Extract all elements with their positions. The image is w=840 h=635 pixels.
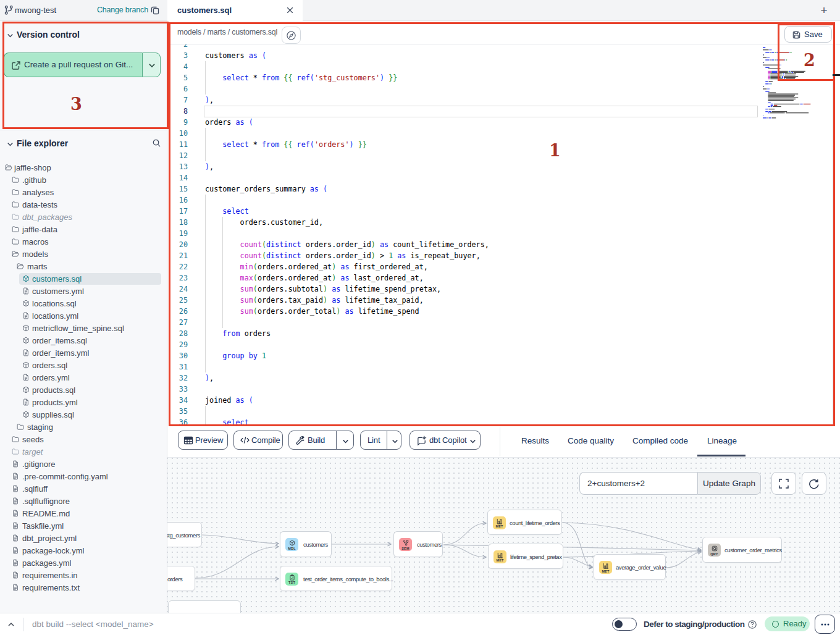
pr-button-label: Create a pull request on Git...: [24, 53, 136, 77]
code-line: orders as (: [205, 117, 253, 128]
tree-item[interactable]: orders.yml: [0, 372, 167, 384]
tree-item[interactable]: models: [0, 248, 167, 261]
new-tab-button[interactable]: +: [817, 3, 831, 18]
lineage-node[interactable]: SEMcustomers: [393, 531, 443, 557]
save-button[interactable]: Save: [784, 26, 832, 43]
code-line: ),: [205, 95, 214, 106]
sql-icon: [22, 337, 30, 344]
panel-tab-results[interactable]: Results: [521, 426, 549, 456]
ellipsis-icon: [821, 623, 830, 626]
editor-minimap[interactable]: [763, 47, 833, 127]
lineage-node[interactable]: stg_customers: [167, 522, 202, 547]
tree-item[interactable]: macros: [0, 236, 167, 248]
tree-item[interactable]: .github: [0, 174, 167, 187]
tree-item[interactable]: jaffle-data: [0, 224, 167, 236]
create-pull-request-button[interactable]: Create a pull request on Git...: [4, 53, 161, 77]
toolbar-button-preview[interactable]: Preview: [178, 431, 228, 450]
lineage-search-input[interactable]: [579, 472, 697, 495]
toolbar-button-compile[interactable]: Compile: [233, 431, 283, 450]
tree-item-label: products.yml: [32, 397, 78, 409]
dbt-command-input[interactable]: dbt build --select <model_name>: [32, 613, 154, 635]
tree-item[interactable]: products.yml: [0, 397, 167, 409]
lineage-node[interactable]: METaverage_order_value: [594, 554, 666, 580]
doc-icon: [12, 522, 19, 529]
panel-tab-code-quality[interactable]: Code quality: [568, 426, 614, 456]
chevron-up-icon[interactable]: [6, 620, 16, 629]
tree-item[interactable]: order_items.yml: [0, 347, 167, 360]
code-line: select * from {{ ref('stg_customers') }}: [205, 72, 397, 83]
tree-item[interactable]: locations.sql: [0, 298, 167, 310]
tree-item[interactable]: locations.yml: [0, 310, 167, 322]
node-badge-met: MET: [493, 516, 506, 529]
view-docs-button[interactable]: [282, 27, 301, 44]
pr-button-dropdown[interactable]: [142, 53, 161, 77]
chevron-down-icon[interactable]: [391, 437, 399, 445]
tree-item[interactable]: supplies.sql: [0, 409, 167, 421]
tree-item-label: marts: [27, 261, 48, 273]
lineage-node[interactable]: [168, 600, 241, 613]
line-number: 16: [167, 195, 188, 206]
line-number: 27: [167, 317, 188, 328]
tree-item[interactable]: .gitignore: [0, 458, 167, 471]
tree-item[interactable]: dbt_project.yml: [0, 532, 167, 545]
copy-icon[interactable]: [150, 5, 160, 15]
lineage-panel[interactable]: stg_customersordersMDLcustomersTSTtest_o…: [167, 457, 840, 613]
update-graph-button[interactable]: Update Graph: [697, 472, 761, 495]
tree-item[interactable]: target: [0, 446, 167, 458]
toolbar-button-label: Compile: [251, 431, 280, 449]
tree-item[interactable]: requirements.in: [0, 570, 167, 582]
tree-item[interactable]: .sqlfluffignore: [0, 495, 167, 508]
refresh-button[interactable]: [802, 472, 826, 495]
toolbar-button-label: Preview: [195, 431, 223, 449]
toolbar-button-build[interactable]: Build: [288, 431, 354, 450]
tree-item[interactable]: order_items.sql: [0, 335, 167, 347]
tree-item[interactable]: packages.yml: [0, 557, 167, 570]
tree-item[interactable]: data-tests: [0, 199, 167, 211]
panel-tab-lineage[interactable]: Lineage: [707, 426, 737, 456]
tree-item[interactable]: customers.sql: [0, 273, 167, 285]
code-editor[interactable]: 1with23customers as (45 select * from {{…: [167, 44, 840, 426]
line-number: 2: [167, 44, 188, 50]
tree-item-label: jaffle-data: [22, 224, 57, 236]
toolbar-button-lint[interactable]: Lint: [360, 431, 401, 450]
folder-icon: [12, 213, 19, 221]
version-control-header[interactable]: Version control: [0, 28, 167, 43]
tree-item[interactable]: dbt_packages: [0, 211, 167, 224]
tree-item[interactable]: orders.sql: [0, 360, 167, 372]
tree-item[interactable]: analyses: [0, 187, 167, 199]
tree-item[interactable]: products.sql: [0, 384, 167, 397]
lineage-node[interactable]: METcount_lifetime_orders: [487, 510, 562, 535]
tree-item[interactable]: .pre-commit-config.yaml: [0, 471, 167, 483]
tree-item[interactable]: metricflow_time_spine.sql: [0, 322, 167, 335]
folder-icon: [12, 225, 19, 233]
editor-tab-customers-sql[interactable]: customers.sql: [167, 0, 303, 21]
help-icon[interactable]: [747, 620, 757, 629]
editor-scrollbar[interactable]: [832, 44, 840, 426]
file-explorer-header[interactable]: File explorer: [0, 137, 167, 151]
tree-item[interactable]: staging: [0, 421, 167, 434]
lineage-node[interactable]: TSTtest_order_items_compute_to_bools...: [280, 566, 392, 591]
tree-item[interactable]: marts: [0, 261, 167, 273]
change-branch-link[interactable]: Change branch: [97, 0, 148, 20]
tree-item[interactable]: .sqlfluff: [0, 483, 167, 495]
search-icon[interactable]: [152, 138, 161, 148]
tree-item[interactable]: README.md: [0, 508, 167, 520]
lineage-node[interactable]: MDLcustomers: [280, 531, 332, 557]
tree-item[interactable]: seeds: [0, 434, 167, 446]
panel-tab-compiled-code[interactable]: Compiled code: [632, 426, 688, 456]
fullscreen-button[interactable]: [771, 472, 796, 495]
lineage-node[interactable]: orders: [167, 566, 195, 591]
tree-item[interactable]: jaffle-shop: [0, 162, 167, 174]
tree-item[interactable]: requirements.txt: [0, 582, 167, 594]
tree-item[interactable]: Taskfile.yml: [0, 520, 167, 532]
lineage-node[interactable]: METlifetime_spend_pretax: [488, 544, 563, 569]
tree-item[interactable]: package-lock.yml: [0, 545, 167, 557]
more-options-button[interactable]: [815, 615, 835, 634]
tree-item[interactable]: customers.yml: [0, 285, 167, 298]
lineage-node[interactable]: QRYcustomer_order_metrics: [702, 537, 782, 563]
close-tab-icon[interactable]: [285, 6, 295, 15]
toolbar-button-dbt-copilot[interactable]: dbt Copilot: [410, 431, 481, 450]
defer-toggle[interactable]: [612, 618, 637, 631]
tree-item-label: jaffle-shop: [14, 162, 51, 174]
chevron-down-icon[interactable]: [342, 437, 350, 445]
